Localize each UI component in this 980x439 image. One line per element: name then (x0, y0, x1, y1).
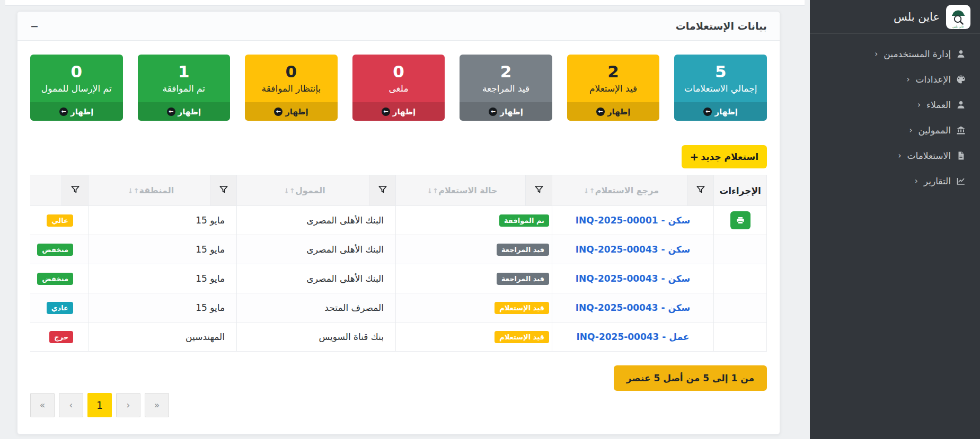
table-row: INQ-2025-00043 - سكن قيد المراجعة البنك … (30, 264, 767, 293)
sidebar-item-inquiries[interactable]: الاستعلامات ‹ (810, 143, 980, 168)
show-link[interactable]: إظهار← (352, 102, 445, 121)
arrow-circle-icon: ← (703, 107, 712, 116)
status-badge: تم الموافقة (499, 214, 549, 227)
region-cell: 15 مايو (89, 206, 237, 235)
priority-badge: منخفض (37, 273, 73, 285)
show-link[interactable]: إظهار← (674, 102, 767, 121)
table-row: INQ-2025-00043 - سكن قيد الإستعلام المصر… (30, 293, 767, 322)
pagination-last-button[interactable]: » (30, 393, 55, 417)
stat-value: 0 (352, 55, 445, 83)
priority-badge: منخفض (37, 244, 73, 256)
reference-cell: INQ-2025-00043 - عمل (552, 322, 714, 352)
stat-card-total: 5 إجمالي الاستعلامات إظهار← (674, 55, 767, 121)
show-link[interactable]: إظهار← (138, 102, 231, 121)
filter-icon-status[interactable] (526, 175, 552, 206)
chevron-left-icon: ‹ (898, 151, 902, 160)
sidebar-item-reports[interactable]: التقارير ‹ (810, 168, 980, 194)
priority-cell: عادي (30, 293, 89, 322)
filter-icon-funder[interactable] (369, 175, 396, 206)
arrow-circle-icon: ← (167, 107, 175, 116)
stat-cards-row: 5 إجمالي الاستعلامات إظهار← 2 قيد الإستع… (17, 41, 780, 121)
chevron-left-icon: ‹ (917, 100, 921, 110)
stat-label: بإنتظار الموافقة (245, 83, 338, 102)
region-cell: 15 مايو (89, 293, 237, 322)
stat-value: 1 (138, 55, 231, 83)
reference-cell: INQ-2025-00043 - سكن (552, 235, 714, 264)
stat-card-under-review: 2 قيد المراجعة إظهار← (460, 55, 552, 121)
stat-value: 2 (460, 55, 552, 83)
sidebar-item-settings[interactable]: الإعدادات ‹ (810, 67, 980, 92)
filter-icon-reference[interactable] (687, 175, 714, 206)
column-header-actions: الإجراءات (714, 175, 767, 206)
column-header-priority-cut[interactable] (30, 175, 62, 206)
inquiry-reference-link[interactable]: INQ-2025-00043 - سكن (576, 244, 691, 255)
sort-icon: ↑↓ (427, 187, 438, 195)
pagination-next-button[interactable]: › (59, 393, 83, 417)
reference-cell: INQ-2025-00043 - سكن (552, 264, 714, 293)
region-cell: 15 مايو (89, 235, 237, 264)
sidebar-item-label: العملاء (926, 100, 951, 110)
sidebar-item-label: إدارة المستخدمين (884, 49, 951, 59)
actions-cell (714, 322, 767, 352)
sidebar-item-clients[interactable]: العملاء ‹ (810, 92, 980, 118)
column-header-funder[interactable]: الممول↑↓ (237, 175, 369, 206)
status-cell: قيد الإستعلام (396, 293, 552, 322)
sidebar-item-label: الاستعلامات (907, 150, 951, 161)
funder-cell: البنك الأهلى المصرى (237, 235, 396, 264)
inquiries-table: الإجراءات مرجع الاستعلام↑↓ حالة الاستعلا… (30, 175, 767, 352)
stat-label: ملغى (352, 83, 445, 102)
brand-row: عاين بلس عاين بلس (810, 0, 980, 34)
stat-card-under-inquiry: 2 قيد الإستعلام إظهار← (567, 55, 660, 121)
stat-value: 0 (245, 55, 338, 83)
table-row: INQ-2025-00043 - عمل قيد الإستعلام بنك ق… (30, 322, 767, 352)
sort-icon: ↑↓ (584, 187, 595, 195)
page-title: بيانات الإستعلامات (676, 20, 767, 32)
column-header-region[interactable]: المنطقة↑↓ (89, 175, 210, 206)
sidebar-item-funders[interactable]: الممولين ‹ (810, 118, 980, 143)
stat-value: 0 (30, 55, 123, 83)
actions-cell (714, 206, 767, 235)
column-header-status[interactable]: حالة الاستعلام↑↓ (396, 175, 526, 206)
document-icon (956, 150, 966, 161)
status-cell: قيد الإستعلام (396, 322, 552, 352)
collapse-panel-button[interactable]: − (30, 21, 39, 31)
stat-card-sent-to-funder: 0 تم الإرسال للممول إظهار← (30, 55, 123, 121)
palette-icon (956, 74, 966, 85)
user-management-icon (956, 49, 966, 59)
new-inquiry-button[interactable]: استعلام جديد + (682, 145, 767, 168)
pagination-first-button[interactable]: « (145, 393, 169, 417)
priority-cell: منخفض (30, 235, 89, 264)
sidebar-item-user-management[interactable]: إدارة المستخدمين ‹ (810, 41, 980, 67)
pagination-page-1-button[interactable]: 1 (87, 393, 112, 417)
stat-card-approved: 1 تم الموافقة إظهار← (138, 55, 231, 121)
show-link[interactable]: إظهار← (245, 102, 338, 121)
sidebar-item-label: الإعدادات (915, 74, 951, 85)
chevron-left-icon: ‹ (915, 176, 918, 186)
app-logo: عاين بلس (946, 5, 970, 29)
stat-label: قيد المراجعة (460, 83, 552, 102)
print-button[interactable] (730, 211, 751, 229)
filter-icon-priority[interactable] (62, 175, 89, 206)
status-cell: قيد المراجعة (396, 264, 552, 293)
inquiry-reference-link[interactable]: INQ-2025-00001 - سكن (576, 215, 691, 226)
stat-label: قيد الإستعلام (567, 83, 660, 102)
show-link[interactable]: إظهار← (30, 102, 123, 121)
inquiry-reference-link[interactable]: INQ-2025-00043 - عمل (577, 332, 690, 342)
pagination-prev-button[interactable]: ‹ (116, 393, 140, 417)
priority-badge: عالي (47, 214, 73, 227)
show-link[interactable]: إظهار← (567, 102, 660, 121)
toolbar: استعلام جديد + (30, 145, 767, 168)
inquiries-table-wrap: الإجراءات مرجع الاستعلام↑↓ حالة الاستعلا… (30, 175, 767, 352)
inquiry-reference-link[interactable]: INQ-2025-00043 - سكن (576, 302, 691, 313)
bank-icon (956, 125, 966, 136)
results-summary: من 1 إلى 5 من أصل 5 عنصر (614, 365, 767, 391)
priority-badge: عادي (47, 302, 73, 314)
brand-name: عاين بلس (894, 11, 940, 23)
arrow-circle-icon: ← (489, 107, 497, 116)
table-row: INQ-2025-00043 - سكن قيد المراجعة البنك … (30, 235, 767, 264)
filter-icon-region[interactable] (210, 175, 237, 206)
inquiry-reference-link[interactable]: INQ-2025-00043 - سكن (576, 273, 691, 284)
show-link[interactable]: إظهار← (460, 102, 552, 121)
column-header-reference[interactable]: مرجع الاستعلام↑↓ (552, 175, 687, 206)
top-card-remnant (5, 0, 805, 6)
